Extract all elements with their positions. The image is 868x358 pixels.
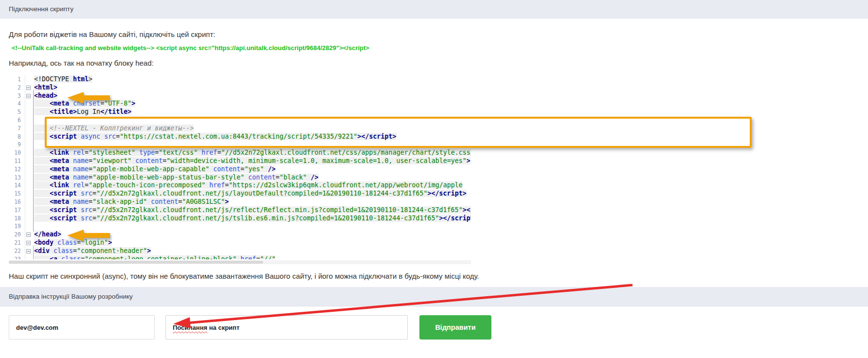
code-editor-viewport: 1<!DOCTYPE html>2<html>3<head>4 <meta ch… (9, 72, 471, 259)
code-line: 18 <script src="//d5x2n72glkaxl.cloudfro… (9, 215, 471, 223)
code-line: 7 <!--NEXTEL - Коллтрекинг и виджеты--> (9, 125, 471, 133)
fold-marker-icon[interactable] (26, 94, 31, 98)
code-line: 16 <meta name="slack-app-id" content="A0… (9, 198, 471, 206)
fold-marker-icon[interactable] (26, 241, 31, 245)
section-header-send: Відправка інструкції Вашому розробнику (0, 287, 868, 306)
widget-script-snippet: <!--UniTalk call-tracking and website wi… (12, 44, 868, 52)
send-section-title: Відправка інструкції Вашому розробнику (9, 293, 133, 300)
section-header-connect: Підключення скрипту (0, 0, 868, 18)
code-line: 13 <meta name="apple-mobile-web-app-stat… (9, 174, 471, 182)
code-line: 10 <link rel="stylesheet" type="text/css… (9, 149, 471, 157)
code-line: 14 <link rel="apple-touch-icon-precompos… (9, 181, 471, 190)
code-line: 19 (9, 222, 471, 231)
code-line: 17 <script src="//d5x2n72glkaxl.cloudfro… (9, 206, 471, 215)
script-link-input[interactable]: Посилання на скрипт (165, 315, 408, 340)
code-line: 23 <a class="component-logo container-in… (9, 255, 471, 259)
example-label: Наприклад, ось так на початку блоку head… (9, 59, 868, 67)
code-line: 2<html> (9, 84, 471, 92)
code-line: 8 <script async src="https://cstat.nexte… (9, 133, 471, 141)
horizontal-scrollbar-thumb[interactable] (9, 261, 263, 264)
code-lines: 1<!DOCTYPE html>2<html>3<head>4 <meta ch… (9, 75, 471, 259)
code-line: 21<body class="login"> (9, 239, 471, 247)
fold-scope-line-body (33, 246, 34, 259)
send-form: Посилання на скрипт Відправити (9, 315, 868, 340)
code-line: 22<div class="component-header"> (9, 247, 471, 255)
code-line: 20</head> (9, 231, 471, 239)
code-line: 1<!DOCTYPE html> (9, 75, 471, 84)
fold-marker-icon[interactable] (26, 86, 31, 90)
code-line: 15 <script src="//d5x2n72glkaxl.cloudfro… (9, 190, 471, 198)
script-link-input-value-word: Посилання (173, 324, 207, 331)
code-editor: 1<!DOCTYPE html>2<html>3<head>4 <meta ch… (9, 72, 865, 264)
page-title: Підключення скрипту (9, 5, 73, 13)
developer-email-input[interactable] (9, 315, 155, 340)
send-button[interactable]: Відправити (419, 315, 491, 340)
script-link-input-value-rest: на скрипт (207, 324, 239, 331)
code-line: 6 (9, 116, 471, 125)
code-line: 11 <meta name="viewport" content="width=… (9, 157, 471, 165)
fold-scope-line-head (33, 90, 34, 232)
horizontal-scrollbar[interactable] (9, 260, 471, 264)
code-line: 4 <meta charset="UTF-8"> (9, 100, 471, 108)
code-line: 3<head> (9, 92, 471, 100)
code-line: 12 <meta name="apple-mobile-web-app-capa… (9, 165, 471, 174)
fold-marker-icon[interactable] (26, 233, 31, 237)
async-note: Наш скрипт не синхронний (async), тому в… (9, 272, 868, 280)
code-line: 9 (9, 141, 471, 149)
code-line: 5 <title>Log In</title> (9, 108, 471, 116)
intro-text: Для роботи віджетів на Вашому сайті, під… (9, 30, 868, 38)
fold-marker-icon[interactable] (26, 249, 31, 253)
